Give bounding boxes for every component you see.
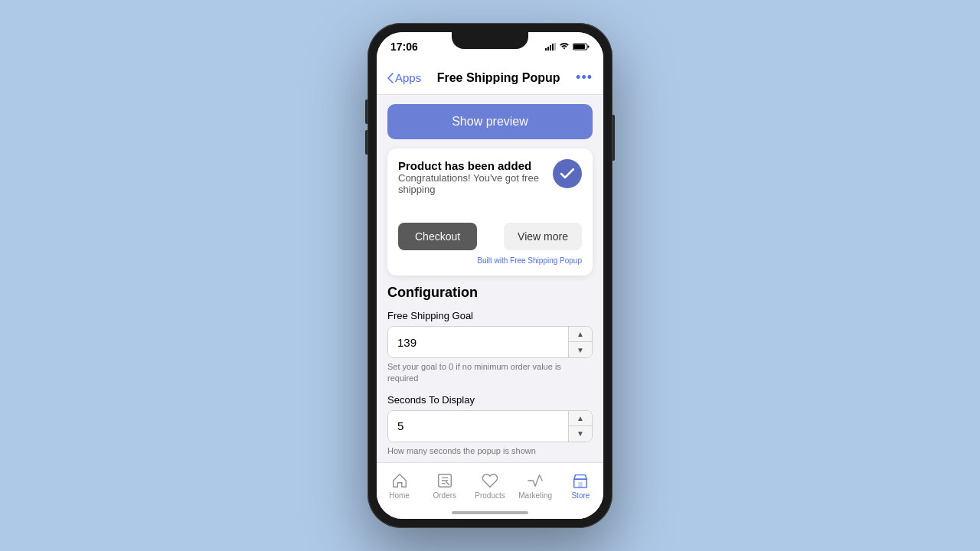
home-indicator-bar — [452, 511, 528, 514]
svg-rect-0 — [545, 48, 547, 51]
tab-orders-label: Orders — [433, 491, 457, 500]
marketing-icon — [526, 471, 544, 490]
more-button[interactable]: ••• — [576, 70, 593, 86]
back-button[interactable]: Apps — [387, 71, 421, 84]
home-svg — [391, 472, 408, 489]
status-time: 17:06 — [390, 41, 418, 53]
check-circle-icon — [553, 159, 582, 188]
wifi-icon — [559, 43, 570, 51]
checkout-button[interactable]: Checkout — [398, 223, 477, 250]
configuration-title: Configuration — [387, 285, 593, 301]
svg-rect-4 — [554, 43, 556, 51]
tab-marketing-label: Marketing — [518, 491, 552, 500]
free-shipping-goal-input-wrapper: ▲ ▼ — [387, 326, 593, 358]
svg-rect-6 — [588, 46, 590, 48]
back-chevron-icon — [387, 73, 394, 83]
back-label: Apps — [395, 71, 421, 84]
free-shipping-goal-field: Free Shipping Goal ▲ ▼ Set your goal to … — [387, 310, 593, 385]
tab-home[interactable]: Home — [377, 471, 422, 500]
tab-home-label: Home — [389, 491, 410, 500]
home-icon — [390, 471, 409, 490]
preview-card-actions: Checkout View more — [398, 223, 582, 250]
free-shipping-goal-label: Free Shipping Goal — [387, 310, 593, 321]
store-svg — [572, 472, 589, 489]
status-icons — [545, 43, 590, 51]
nav-title: Free Shipping Popup — [437, 71, 560, 85]
notch — [452, 32, 528, 49]
free-shipping-goal-decrement[interactable]: ▼ — [569, 342, 592, 357]
volume-down-button — [365, 130, 368, 155]
show-preview-button[interactable]: Show preview — [387, 104, 593, 139]
seconds-to-display-label: Seconds To Display — [387, 394, 593, 406]
signal-icon — [545, 43, 556, 51]
built-with-prefix: Built with — [477, 256, 510, 265]
seconds-to-display-decrement[interactable]: ▼ — [569, 426, 592, 442]
free-shipping-goal-hint: Set your goal to 0 if no minimum order v… — [387, 361, 593, 385]
svg-rect-3 — [552, 44, 554, 51]
svg-rect-7 — [573, 44, 585, 49]
svg-rect-2 — [550, 45, 551, 51]
products-svg — [482, 472, 498, 489]
preview-card-subtitle: Congratulations! You've got free shippin… — [398, 172, 553, 195]
svg-rect-1 — [547, 47, 549, 51]
tab-products-label: Products — [475, 491, 505, 500]
tab-store-label: Store — [571, 491, 590, 500]
volume-up-button — [365, 99, 368, 124]
phone-frame: 17:06 — [368, 23, 612, 528]
orders-icon — [436, 471, 454, 490]
preview-card-title: Product has been added — [398, 159, 553, 172]
nav-bar: Apps Free Shipping Popup ••• — [377, 61, 603, 95]
battery-icon — [573, 43, 590, 51]
seconds-to-display-increment[interactable]: ▲ — [569, 411, 592, 426]
built-with-link: Free Shipping Popup — [510, 256, 582, 265]
seconds-to-display-field: Seconds To Display ▲ ▼ How many seconds … — [387, 394, 593, 457]
home-indicator — [377, 508, 603, 519]
built-with-text: Built with Free Shipping Popup — [398, 256, 582, 265]
tab-bar: Home Orders Products — [377, 462, 603, 508]
seconds-to-display-input[interactable] — [388, 411, 568, 442]
free-shipping-goal-stepper: ▲ ▼ — [568, 327, 592, 357]
orders-svg — [436, 472, 453, 489]
svg-rect-10 — [579, 482, 583, 487]
free-shipping-goal-input[interactable] — [388, 327, 568, 357]
checkmark-icon — [560, 168, 574, 179]
tab-store[interactable]: Store — [558, 471, 603, 500]
products-icon — [481, 471, 499, 490]
seconds-to-display-input-wrapper: ▲ ▼ — [387, 410, 593, 442]
preview-card: Product has been added Congratulations! … — [387, 148, 593, 276]
view-more-button[interactable]: View more — [504, 223, 582, 250]
main-content: Show preview Product has been added Cong… — [377, 95, 603, 462]
preview-card-header: Product has been added Congratulations! … — [398, 159, 582, 218]
seconds-to-display-hint: How many seconds the popup is shown — [387, 445, 593, 457]
tab-orders[interactable]: Orders — [422, 471, 467, 500]
tab-products[interactable]: Products — [467, 471, 512, 500]
marketing-svg — [527, 472, 544, 489]
seconds-to-display-stepper: ▲ ▼ — [568, 411, 592, 442]
configuration-section: Configuration Free Shipping Goal ▲ ▼ Set… — [387, 285, 593, 462]
store-icon — [571, 471, 590, 490]
free-shipping-goal-increment[interactable]: ▲ — [569, 327, 592, 342]
tab-marketing[interactable]: Marketing — [513, 471, 558, 500]
power-button — [612, 115, 615, 161]
phone-screen: 17:06 — [377, 32, 603, 519]
